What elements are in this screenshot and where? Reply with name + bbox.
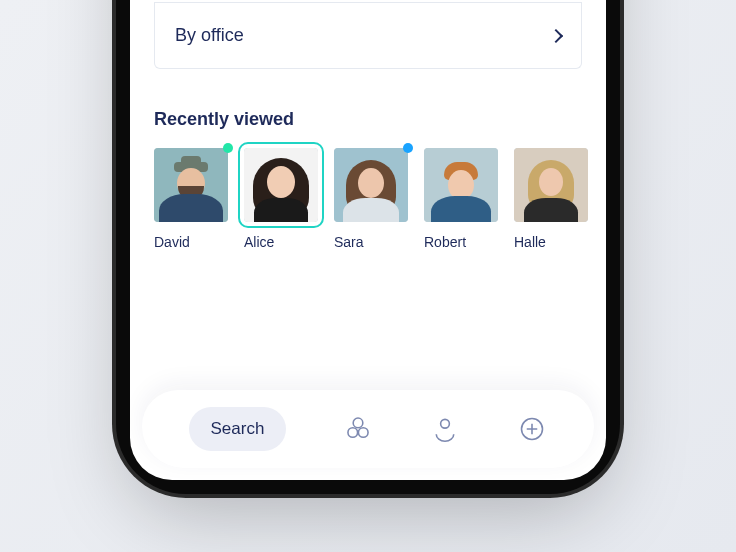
recently-viewed-heading: Recently viewed: [154, 109, 582, 130]
person-name: Halle: [514, 234, 588, 250]
person-name: Sara: [334, 234, 408, 250]
svg-point-1: [348, 428, 358, 438]
nav-add-button[interactable]: [517, 414, 547, 444]
status-dot-away-icon: [403, 143, 413, 153]
person-alice[interactable]: Alice: [244, 148, 318, 250]
people-icon: [343, 414, 373, 444]
person-name: David: [154, 234, 228, 250]
status-dot-online-icon: [223, 143, 233, 153]
profile-icon: [430, 414, 460, 444]
phone-frame: By office Recently viewed David: [130, 0, 606, 480]
nav-search-label: Search: [211, 419, 265, 439]
person-name: Alice: [244, 234, 318, 250]
person-sara[interactable]: Sara: [334, 148, 408, 250]
nav-profile-button[interactable]: [430, 414, 460, 444]
person-robert[interactable]: Robert: [424, 148, 498, 250]
person-david[interactable]: David: [154, 148, 228, 250]
nav-search-button[interactable]: Search: [189, 407, 287, 451]
filter-card: By office: [154, 2, 582, 69]
chevron-right-icon: [549, 28, 563, 42]
filter-by-office-row[interactable]: By office: [155, 2, 581, 68]
bottom-nav: Search: [142, 390, 594, 468]
svg-point-2: [359, 428, 369, 438]
person-name: Robert: [424, 234, 498, 250]
recently-viewed-list[interactable]: David Alice: [154, 148, 582, 250]
person-halle[interactable]: Halle: [514, 148, 588, 250]
filter-by-office-label: By office: [175, 25, 244, 46]
nav-people-button[interactable]: [343, 414, 373, 444]
plus-circle-icon: [517, 414, 547, 444]
phone-screen: By office Recently viewed David: [130, 0, 606, 480]
svg-point-0: [354, 418, 364, 428]
svg-point-3: [441, 419, 450, 428]
